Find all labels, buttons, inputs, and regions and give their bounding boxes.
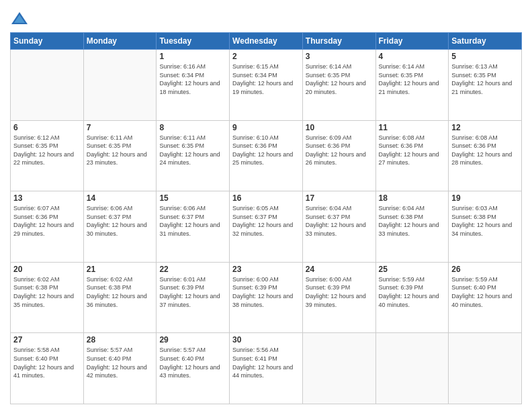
day-number: 20: [13, 265, 81, 274]
cell-info: Sunrise: 6:11 AMSunset: 6:35 PMDaylight:…: [87, 134, 154, 167]
week-row-1: 1Sunrise: 6:16 AMSunset: 6:34 PMDaylight…: [11, 50, 522, 121]
day-number: 29: [159, 335, 226, 345]
calendar-header-tuesday: Tuesday: [157, 33, 230, 50]
day-number: 7: [87, 123, 154, 132]
day-number: 25: [379, 265, 446, 274]
calendar-cell: 18Sunrise: 6:04 AMSunset: 6:38 PMDayligh…: [375, 191, 449, 263]
calendar-cell: [375, 333, 449, 404]
day-number: 26: [451, 265, 519, 274]
calendar-cell: 21Sunrise: 6:02 AMSunset: 6:38 PMDayligh…: [83, 262, 157, 333]
calendar-cell: 26Sunrise: 5:59 AMSunset: 6:40 PMDayligh…: [449, 262, 522, 333]
day-number: 4: [379, 52, 446, 61]
cell-info: Sunrise: 6:00 AMSunset: 6:39 PMDaylight:…: [306, 275, 373, 309]
calendar-cell: 22Sunrise: 6:01 AMSunset: 6:39 PMDayligh…: [157, 262, 230, 333]
calendar-cell: [83, 50, 157, 121]
page: SundayMondayTuesdayWednesdayThursdayFrid…: [0, 0, 532, 411]
calendar-cell: 17Sunrise: 6:04 AMSunset: 6:37 PMDayligh…: [302, 191, 375, 263]
calendar-header-sunday: Sunday: [11, 33, 84, 50]
cell-info: Sunrise: 6:02 AMSunset: 6:38 PMDaylight:…: [13, 275, 81, 309]
calendar-cell: 19Sunrise: 6:03 AMSunset: 6:38 PMDayligh…: [449, 191, 522, 263]
calendar-cell: [449, 333, 522, 404]
day-number: 3: [306, 52, 373, 61]
calendar-header-row: SundayMondayTuesdayWednesdayThursdayFrid…: [11, 33, 522, 50]
cell-info: Sunrise: 6:09 AMSunset: 6:36 PMDaylight:…: [306, 134, 373, 167]
day-number: 14: [87, 193, 154, 203]
calendar-cell: 10Sunrise: 6:09 AMSunset: 6:36 PMDayligh…: [302, 120, 375, 191]
calendar-cell: [11, 50, 84, 121]
calendar-table: SundayMondayTuesdayWednesdayThursdayFrid…: [10, 32, 522, 404]
cell-info: Sunrise: 6:04 AMSunset: 6:38 PMDaylight:…: [379, 204, 446, 238]
calendar-cell: 11Sunrise: 6:08 AMSunset: 6:36 PMDayligh…: [375, 120, 449, 191]
calendar-cell: 23Sunrise: 6:00 AMSunset: 6:39 PMDayligh…: [230, 262, 303, 333]
header: [10, 7, 522, 28]
day-number: 1: [159, 52, 226, 61]
day-number: 13: [13, 193, 81, 203]
calendar-header-wednesday: Wednesday: [230, 33, 303, 50]
cell-info: Sunrise: 6:04 AMSunset: 6:37 PMDaylight:…: [306, 204, 373, 238]
calendar-header-thursday: Thursday: [302, 33, 375, 50]
day-number: 21: [87, 265, 154, 274]
day-number: 6: [13, 123, 81, 132]
cell-info: Sunrise: 5:56 AMSunset: 6:41 PMDaylight:…: [232, 346, 300, 379]
logo: [10, 9, 30, 28]
calendar-header-monday: Monday: [83, 33, 157, 50]
calendar-cell: 16Sunrise: 6:05 AMSunset: 6:37 PMDayligh…: [230, 191, 303, 263]
calendar-cell: 28Sunrise: 5:57 AMSunset: 6:40 PMDayligh…: [83, 333, 157, 404]
day-number: 17: [306, 193, 373, 203]
calendar-cell: 3Sunrise: 6:14 AMSunset: 6:35 PMDaylight…: [302, 50, 375, 121]
cell-info: Sunrise: 6:03 AMSunset: 6:38 PMDaylight:…: [451, 204, 519, 238]
cell-info: Sunrise: 5:57 AMSunset: 6:40 PMDaylight:…: [87, 346, 154, 379]
cell-info: Sunrise: 6:08 AMSunset: 6:36 PMDaylight:…: [379, 134, 446, 167]
day-number: 10: [306, 123, 373, 132]
cell-info: Sunrise: 6:14 AMSunset: 6:35 PMDaylight:…: [306, 62, 373, 96]
day-number: 12: [451, 123, 519, 132]
calendar-cell: 13Sunrise: 6:07 AMSunset: 6:36 PMDayligh…: [11, 191, 84, 263]
cell-info: Sunrise: 5:57 AMSunset: 6:40 PMDaylight:…: [159, 346, 226, 379]
cell-info: Sunrise: 6:07 AMSunset: 6:36 PMDaylight:…: [13, 204, 81, 238]
day-number: 28: [87, 335, 154, 345]
cell-info: Sunrise: 5:59 AMSunset: 6:39 PMDaylight:…: [379, 275, 446, 309]
cell-info: Sunrise: 5:59 AMSunset: 6:40 PMDaylight:…: [451, 275, 519, 309]
day-number: 15: [159, 193, 226, 203]
calendar-cell: 5Sunrise: 6:13 AMSunset: 6:35 PMDaylight…: [449, 50, 522, 121]
cell-info: Sunrise: 6:11 AMSunset: 6:35 PMDaylight:…: [159, 134, 226, 167]
calendar-cell: 15Sunrise: 6:06 AMSunset: 6:37 PMDayligh…: [157, 191, 230, 263]
calendar-cell: 29Sunrise: 5:57 AMSunset: 6:40 PMDayligh…: [157, 333, 230, 404]
calendar-cell: 9Sunrise: 6:10 AMSunset: 6:36 PMDaylight…: [230, 120, 303, 191]
calendar-cell: 8Sunrise: 6:11 AMSunset: 6:35 PMDaylight…: [157, 120, 230, 191]
cell-info: Sunrise: 6:16 AMSunset: 6:34 PMDaylight:…: [159, 62, 226, 96]
day-number: 8: [159, 123, 226, 132]
week-row-3: 13Sunrise: 6:07 AMSunset: 6:36 PMDayligh…: [11, 191, 522, 263]
cell-info: Sunrise: 6:12 AMSunset: 6:35 PMDaylight:…: [13, 134, 81, 167]
calendar-cell: 4Sunrise: 6:14 AMSunset: 6:35 PMDaylight…: [375, 50, 449, 121]
day-number: 27: [13, 335, 81, 345]
calendar-cell: 12Sunrise: 6:08 AMSunset: 6:36 PMDayligh…: [449, 120, 522, 191]
cell-info: Sunrise: 6:14 AMSunset: 6:35 PMDaylight:…: [379, 62, 446, 96]
day-number: 5: [451, 52, 519, 61]
cell-info: Sunrise: 6:06 AMSunset: 6:37 PMDaylight:…: [87, 204, 154, 238]
calendar-cell: 25Sunrise: 5:59 AMSunset: 6:39 PMDayligh…: [375, 262, 449, 333]
calendar-cell: [302, 333, 375, 404]
day-number: 18: [379, 193, 446, 203]
cell-info: Sunrise: 6:05 AMSunset: 6:37 PMDaylight:…: [232, 204, 300, 238]
calendar-header-friday: Friday: [375, 33, 449, 50]
calendar-header-saturday: Saturday: [449, 33, 522, 50]
cell-info: Sunrise: 6:08 AMSunset: 6:36 PMDaylight:…: [451, 134, 519, 167]
calendar-cell: 27Sunrise: 5:58 AMSunset: 6:40 PMDayligh…: [11, 333, 84, 404]
calendar-cell: 7Sunrise: 6:11 AMSunset: 6:35 PMDaylight…: [83, 120, 157, 191]
week-row-4: 20Sunrise: 6:02 AMSunset: 6:38 PMDayligh…: [11, 262, 522, 333]
calendar-cell: 14Sunrise: 6:06 AMSunset: 6:37 PMDayligh…: [83, 191, 157, 263]
calendar-cell: 30Sunrise: 5:56 AMSunset: 6:41 PMDayligh…: [230, 333, 303, 404]
cell-info: Sunrise: 6:06 AMSunset: 6:37 PMDaylight:…: [159, 204, 226, 238]
cell-info: Sunrise: 6:00 AMSunset: 6:39 PMDaylight:…: [232, 275, 300, 309]
cell-info: Sunrise: 6:10 AMSunset: 6:36 PMDaylight:…: [232, 134, 300, 167]
calendar-cell: 6Sunrise: 6:12 AMSunset: 6:35 PMDaylight…: [11, 120, 84, 191]
cell-info: Sunrise: 6:15 AMSunset: 6:34 PMDaylight:…: [232, 62, 300, 96]
cell-info: Sunrise: 6:01 AMSunset: 6:39 PMDaylight:…: [159, 275, 226, 309]
calendar-cell: 2Sunrise: 6:15 AMSunset: 6:34 PMDaylight…: [230, 50, 303, 121]
day-number: 11: [379, 123, 446, 132]
cell-info: Sunrise: 5:58 AMSunset: 6:40 PMDaylight:…: [13, 346, 81, 379]
cell-info: Sunrise: 6:02 AMSunset: 6:38 PMDaylight:…: [87, 275, 154, 309]
day-number: 24: [306, 265, 373, 274]
day-number: 9: [232, 123, 300, 132]
